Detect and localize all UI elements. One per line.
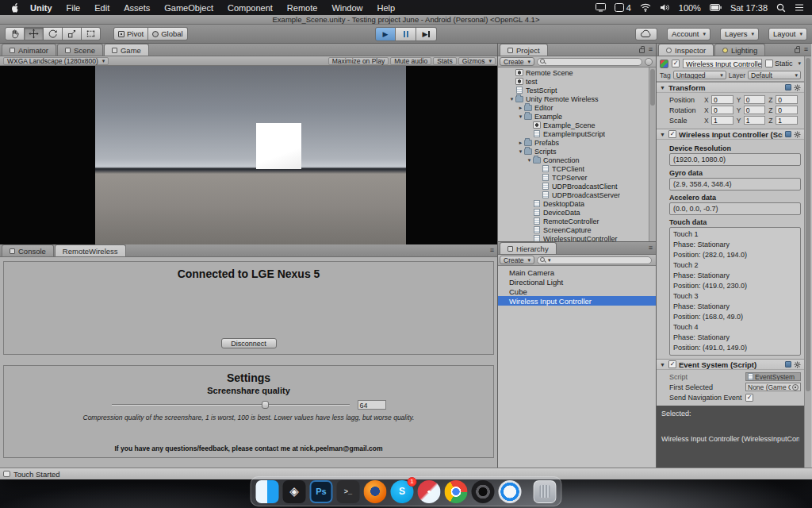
help-icon[interactable]: [785, 131, 791, 137]
play-button[interactable]: ▶: [375, 27, 396, 41]
project-item-example-scene[interactable]: Example_Scene: [498, 121, 656, 129]
rect-tool-button[interactable]: [82, 27, 101, 40]
battery-icon[interactable]: [710, 4, 722, 11]
panel-menu-icon[interactable]: ≡: [649, 46, 653, 53]
rotation-y-field[interactable]: 0: [744, 106, 766, 114]
project-item-editor[interactable]: ►Editor: [498, 103, 656, 112]
wifi-icon[interactable]: [640, 3, 651, 12]
panel-menu-icon[interactable]: ≡: [804, 46, 808, 53]
notification-center-icon[interactable]: [795, 3, 804, 12]
hand-tool-button[interactable]: [5, 27, 25, 40]
menu-item-component[interactable]: Component: [220, 3, 280, 13]
tab-project[interactable]: Project: [500, 44, 548, 56]
static-checkbox[interactable]: [765, 60, 773, 67]
lock-icon[interactable]: [795, 48, 800, 53]
project-item-scripts[interactable]: ▼Scripts: [498, 147, 656, 156]
tab-animator[interactable]: Animator: [2, 44, 56, 56]
rotate-tool-button[interactable]: [44, 27, 63, 40]
account-dropdown[interactable]: Account▾: [667, 28, 710, 40]
rotation-x-field[interactable]: 0: [711, 106, 733, 114]
menu-item-edit[interactable]: Edit: [87, 3, 117, 13]
project-item-devicedata[interactable]: DeviceData: [498, 208, 656, 217]
foldout-closed-icon[interactable]: ►: [517, 106, 524, 110]
search-scope-button[interactable]: [645, 58, 653, 66]
spotlight-icon[interactable]: [776, 3, 786, 13]
cloud-button[interactable]: [635, 28, 657, 40]
lock-icon[interactable]: [639, 48, 645, 53]
foldout-open-icon[interactable]: ▼: [660, 362, 666, 368]
active-checkbox[interactable]: ✓: [672, 60, 680, 67]
volume-icon[interactable]: [660, 3, 670, 12]
position-y-field[interactable]: 0: [744, 95, 766, 104]
spaces-icon[interactable]: 4: [615, 3, 631, 13]
project-item-exampleinputscript[interactable]: ExampleInputScript: [498, 129, 656, 138]
hierarchy-item-cube[interactable]: Cube: [498, 287, 656, 296]
foldout-open-icon[interactable]: ▼: [508, 97, 515, 102]
gameobject-name-field[interactable]: Wireless Input Controller: [683, 59, 762, 68]
layers-dropdown[interactable]: Layers▾: [720, 28, 759, 40]
aspect-dropdown[interactable]: WXGA Landscape (1280x800)▾: [3, 57, 109, 65]
project-item-prefabs[interactable]: ►Prefabs: [498, 138, 656, 147]
rotation-z-field[interactable]: 0: [776, 106, 798, 114]
menu-item-remote[interactable]: Remote: [280, 3, 325, 13]
dock-icon-safari[interactable]: [418, 480, 441, 503]
foldout-open-icon[interactable]: ▼: [660, 85, 666, 90]
foldout-open-icon[interactable]: ▼: [660, 132, 666, 137]
project-item-unity-remote-wireless[interactable]: ▼Unity Remote Wireless: [498, 94, 656, 103]
dock-icon-finder[interactable]: [256, 480, 279, 503]
gizmos-dropdown[interactable]: Gizmos▾: [458, 57, 496, 65]
dock-icon-terminal[interactable]: >_: [337, 480, 360, 503]
hierarchy-item-wireless-input-controller[interactable]: Wireless Input Controller: [498, 296, 656, 306]
project-search-input[interactable]: [537, 58, 642, 66]
position-z-field[interactable]: 0: [776, 95, 798, 104]
project-item-test[interactable]: test: [498, 77, 656, 86]
foldout-open-icon[interactable]: ▼: [526, 158, 533, 163]
project-item-connection[interactable]: ▼Connection: [498, 156, 656, 164]
quality-value-field[interactable]: 64: [358, 400, 386, 410]
dock-icon-photoshop[interactable]: Ps: [310, 480, 333, 503]
wireless-input-controller-header[interactable]: ▼ ✓ Wireless Input Controller (Script): [657, 129, 804, 140]
slider-thumb[interactable]: [262, 401, 269, 409]
tab-scene[interactable]: Scene: [57, 44, 103, 56]
display-icon[interactable]: [596, 3, 606, 12]
transform-header[interactable]: ▼ Transform: [657, 82, 804, 93]
global-button[interactable]: Global: [148, 27, 187, 40]
scale-y-field[interactable]: 1: [744, 116, 766, 125]
pause-button[interactable]: [396, 27, 416, 41]
project-create-button[interactable]: Create▾: [500, 57, 534, 66]
project-item-tcpserver[interactable]: TCPServer: [498, 173, 656, 182]
panel-menu-icon[interactable]: ≡: [490, 247, 494, 254]
mute-audio-toggle[interactable]: Mute audio: [390, 57, 431, 65]
project-item-testscript[interactable]: TestScript: [498, 86, 656, 94]
hierarchy-search-input[interactable]: ▾: [537, 256, 652, 264]
hierarchy-item-directional-light[interactable]: Directional Light: [498, 277, 656, 287]
gear-icon[interactable]: [794, 131, 801, 138]
window-title-bar[interactable]: Example_Scene.unity - Testing project Ju…: [0, 15, 812, 25]
project-item-udpbroadcastclient[interactable]: UDPBroadcastClient: [498, 182, 656, 190]
tab-inspector[interactable]: Inspector: [658, 44, 714, 56]
first-selected-object-field[interactable]: None (Game Object): [745, 383, 801, 391]
disconnect-button[interactable]: Disconnect: [221, 338, 277, 348]
dock-icon-firefox[interactable]: [364, 480, 387, 503]
foldout-closed-icon[interactable]: ►: [517, 140, 524, 145]
pivot-button[interactable]: Pivot: [113, 27, 148, 40]
dock-icon-quicktime[interactable]: [499, 480, 522, 503]
component-enabled-checkbox[interactable]: ✓: [668, 130, 676, 138]
tab-game[interactable]: Game: [104, 44, 149, 56]
scale-z-field[interactable]: 1: [776, 116, 798, 125]
layout-dropdown[interactable]: Layout▾: [768, 28, 807, 40]
dock-icon-skype[interactable]: S1: [391, 480, 414, 503]
scale-x-field[interactable]: 1: [711, 116, 733, 125]
foldout-open-icon[interactable]: ▼: [517, 149, 524, 154]
event-system-header[interactable]: ▼ ✓ Event System (Script): [657, 359, 804, 370]
component-enabled-checkbox[interactable]: ✓: [668, 360, 676, 368]
object-picker-icon[interactable]: [792, 384, 799, 391]
tab-console[interactable]: Console: [2, 244, 54, 256]
project-item-udpbroadcastserver[interactable]: UDPBroadcastServer: [498, 190, 656, 199]
dock-icon-chrome[interactable]: [445, 480, 468, 503]
inspector-scrollbar[interactable]: [804, 56, 811, 468]
dock-icon-trash[interactable]: [534, 480, 557, 503]
gear-icon[interactable]: [794, 84, 801, 91]
help-icon[interactable]: [785, 361, 791, 368]
hierarchy-item-main-camera[interactable]: Main Camera: [498, 267, 656, 277]
